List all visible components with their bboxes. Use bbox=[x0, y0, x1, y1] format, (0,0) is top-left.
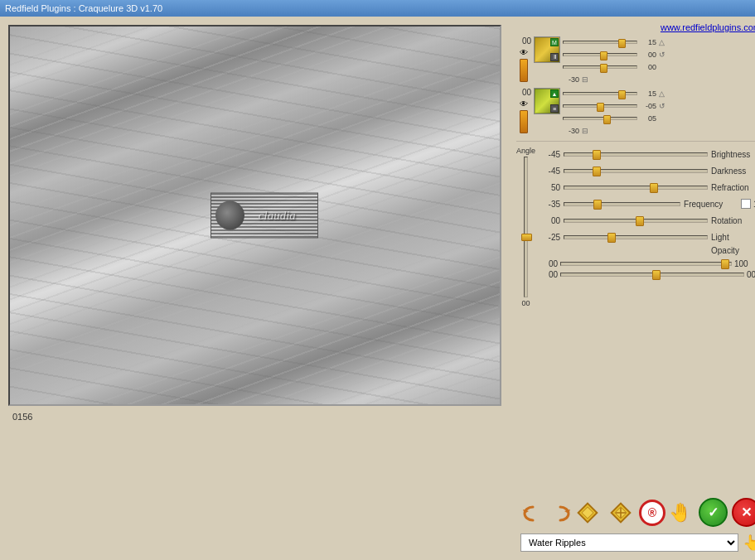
frequency-value: -35 bbox=[540, 200, 560, 209]
layer-1-icon-t: Ⅱ bbox=[550, 53, 559, 61]
layer-2-slider-4: -30 ⊟ bbox=[563, 125, 755, 136]
layer-1-slider-3: 00 bbox=[563, 61, 755, 72]
layer-2-slider-3: 05 bbox=[563, 113, 755, 123]
layer-2-thumb-2[interactable] bbox=[597, 103, 604, 112]
hand-icon: 🤚 bbox=[665, 500, 695, 525]
ok-button[interactable]: ✓ bbox=[699, 498, 728, 527]
registered-button[interactable]: ® bbox=[639, 500, 665, 526]
layer-2-handle[interactable] bbox=[520, 110, 528, 133]
layer-2-icon-4: ⊟ bbox=[582, 127, 592, 135]
layer-1-val-2: 00 bbox=[640, 51, 656, 59]
layer-1-thumb-3[interactable] bbox=[600, 64, 607, 73]
watermark: claudia bbox=[211, 193, 318, 239]
layer-1-slider-2: 00 ↺ bbox=[563, 49, 755, 60]
light-row: -25 Light bbox=[540, 229, 755, 244]
opacity-bottom-right: 00 bbox=[747, 270, 755, 279]
layer-2-val-3: 05 bbox=[640, 114, 656, 123]
layer-1-track-2[interactable] bbox=[563, 53, 637, 56]
layer-2-icon-up: ▲ bbox=[550, 89, 559, 98]
layer-1-block: 00 👁 M Ⅱ 15 △ bbox=[516, 36, 755, 84]
opacity-slider[interactable] bbox=[560, 262, 732, 266]
refraction-thumb[interactable] bbox=[650, 183, 658, 193]
layer-2-track-3[interactable] bbox=[563, 117, 637, 120]
light-value: -25 bbox=[540, 233, 560, 242]
layer-2-eye[interactable]: 👁 bbox=[517, 99, 530, 109]
opacity-row-2: 00 00 bbox=[540, 270, 755, 279]
rotation-value: 00 bbox=[540, 216, 560, 225]
status-code: 0156 bbox=[12, 412, 32, 422]
frequency-slider[interactable] bbox=[564, 202, 680, 206]
refraction-row: 50 Refraction bbox=[540, 180, 755, 195]
right-panel: www.redfieldplugins.com 00 👁 M Ⅱ bbox=[510, 17, 755, 560]
darkness-row: -45 Darkness bbox=[540, 163, 755, 178]
darkness-value: -45 bbox=[540, 167, 560, 176]
opacity-thumb-2[interactable] bbox=[652, 270, 661, 280]
opacity-bottom-left: 00 bbox=[540, 270, 558, 279]
layer-1-val-1: 15 bbox=[640, 38, 656, 46]
layer-2-val-2: -05 bbox=[640, 102, 656, 110]
opacity-right-val: 100 bbox=[734, 259, 753, 268]
preset-dropdown[interactable]: Water Ripples Craquelure Stone Wood bbox=[520, 533, 738, 552]
one-one-checkbox[interactable] bbox=[741, 199, 751, 209]
layer-2-thumb-1[interactable] bbox=[618, 90, 626, 99]
layer-1-sliders: 15 △ 00 ↺ 00 bbox=[563, 36, 755, 84]
layer-2-track-2[interactable] bbox=[563, 104, 637, 108]
darkness-thumb[interactable] bbox=[593, 167, 601, 176]
diamond-button-1[interactable] bbox=[573, 498, 602, 527]
opacity-row-1: 00 100 □ bbox=[540, 258, 755, 268]
status-bar: 0156 bbox=[8, 410, 501, 423]
layer-1-val-4: -30 bbox=[563, 75, 579, 84]
ok-icon: ✓ bbox=[708, 504, 719, 520]
light-label: Light bbox=[711, 233, 755, 242]
darkness-slider[interactable] bbox=[564, 169, 708, 173]
params-section: -45 Brightness -45 Darkness 50 bbox=[540, 147, 755, 491]
refraction-slider[interactable] bbox=[564, 186, 708, 190]
layer-1-eye[interactable]: 👁 bbox=[517, 47, 530, 57]
layer-2-val-1: 15 bbox=[640, 89, 656, 98]
layer-1-icon-1: △ bbox=[659, 38, 669, 46]
website-link[interactable]: www.redfieldplugins.com bbox=[516, 21, 755, 34]
layer-1-handle[interactable] bbox=[520, 59, 528, 82]
layer-2-slider-2: -05 ↺ bbox=[563, 100, 755, 111]
angle-thumb[interactable] bbox=[521, 234, 532, 241]
redo-button[interactable] bbox=[548, 502, 573, 523]
hand-pointer-icon: 👆 bbox=[743, 533, 755, 552]
undo-redo bbox=[520, 502, 573, 523]
layer-1-track-1[interactable] bbox=[563, 41, 637, 44]
title-text: Redfield Plugins : Craquelure 3D v1.70 bbox=[5, 3, 162, 13]
bottom-controls: ® 🤚 ✓ ✕ bbox=[516, 494, 755, 531]
opacity-slider-2[interactable] bbox=[560, 273, 744, 277]
title-bar: Redfield Plugins : Craquelure 3D v1.70 bbox=[0, 0, 755, 17]
layer-1-thumb[interactable]: M Ⅱ bbox=[534, 36, 560, 63]
one-one-section: 1:1 bbox=[741, 199, 755, 209]
opacity-label: Opacity bbox=[711, 246, 755, 255]
undo-button[interactable] bbox=[520, 502, 545, 523]
rotation-slider[interactable] bbox=[564, 219, 708, 223]
layer-2-left: 00 👁 bbox=[516, 88, 531, 133]
darkness-label: Darkness bbox=[711, 167, 755, 176]
rotation-thumb[interactable] bbox=[636, 216, 644, 226]
layer-2-thumb-3[interactable] bbox=[603, 115, 611, 124]
layer-2-thumb[interactable]: ▲ ≡ bbox=[534, 88, 560, 114]
layers-panel: 00 👁 M Ⅱ 15 △ bbox=[516, 36, 755, 136]
brightness-slider[interactable] bbox=[564, 152, 708, 157]
layer-1-thumb-1[interactable] bbox=[618, 39, 626, 48]
watermark-text: claudia bbox=[259, 209, 296, 223]
ok-cancel-section: 🤚 ✓ ✕ bbox=[665, 498, 755, 527]
light-thumb[interactable] bbox=[607, 233, 616, 243]
brightness-thumb[interactable] bbox=[593, 150, 601, 160]
layer-1-track-3[interactable] bbox=[563, 65, 637, 69]
layer-2-track-1[interactable] bbox=[563, 92, 637, 95]
preview-canvas[interactable]: claudia bbox=[8, 25, 501, 406]
rotation-row: 00 Rotation bbox=[540, 213, 755, 228]
angle-track[interactable] bbox=[524, 157, 528, 297]
opacity-thumb[interactable] bbox=[721, 259, 729, 269]
layer-1-thumb-2[interactable] bbox=[600, 51, 607, 60]
angle-label: Angle bbox=[516, 147, 535, 155]
light-slider[interactable] bbox=[564, 235, 708, 239]
angle-bottom-val: 00 bbox=[522, 299, 530, 307]
opacity-label-row: Opacity bbox=[540, 246, 755, 255]
cancel-button[interactable]: ✕ bbox=[732, 498, 755, 527]
diamond-button-2[interactable] bbox=[606, 498, 635, 527]
frequency-thumb[interactable] bbox=[593, 200, 602, 210]
